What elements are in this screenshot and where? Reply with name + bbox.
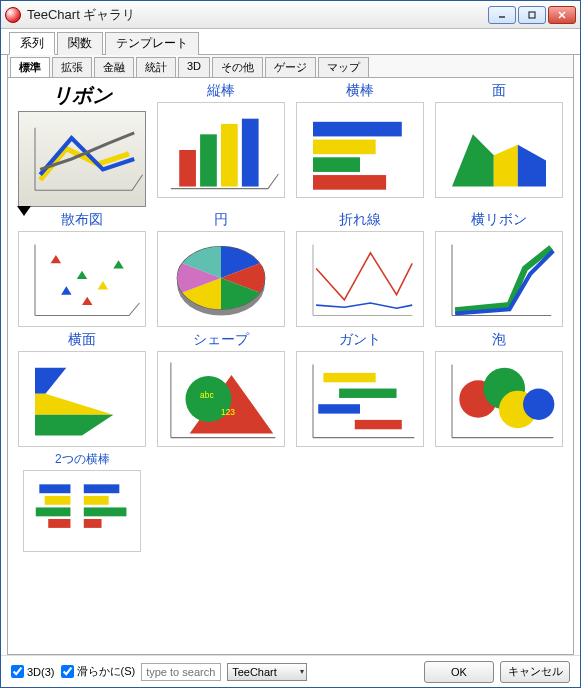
- chevron-down-icon: ▾: [300, 667, 304, 676]
- sub-panel: 標準 拡張 金融 統計 3D その他 ゲージ マップ リボン: [7, 55, 574, 655]
- svg-rect-11: [313, 157, 360, 172]
- svg-marker-22: [82, 297, 92, 305]
- chart-label: 縦棒: [155, 82, 288, 100]
- chart-item-vertical-bar[interactable]: 縦棒: [155, 82, 288, 207]
- chart-thumb-two-hbar: [23, 470, 141, 552]
- subtab-3d[interactable]: 3D: [178, 57, 210, 77]
- close-button[interactable]: [548, 6, 576, 24]
- cancel-button[interactable]: キャンセル: [500, 661, 570, 683]
- chart-item-bubble[interactable]: 泡: [432, 331, 565, 447]
- chart-item-shape[interactable]: シェープ abc 123: [155, 331, 288, 447]
- chart-label: 横リボン: [432, 211, 565, 229]
- subtab-other[interactable]: その他: [212, 57, 263, 77]
- svg-marker-19: [61, 286, 71, 294]
- svg-rect-1: [529, 12, 535, 18]
- svg-rect-54: [84, 484, 120, 493]
- chart-label: 横面: [16, 331, 149, 349]
- chart-thumb-harea: [18, 351, 146, 447]
- titlebar: TeeChart ギャラリ: [1, 1, 580, 29]
- checkbox-smooth-input[interactable]: [61, 665, 74, 678]
- subtab-gauge[interactable]: ゲージ: [265, 57, 316, 77]
- subtab-standard[interactable]: 標準: [10, 57, 50, 77]
- svg-marker-17: [51, 255, 61, 263]
- svg-rect-6: [200, 134, 217, 186]
- svg-rect-52: [36, 507, 71, 516]
- tab-series[interactable]: 系列: [9, 32, 55, 55]
- subtab-financial[interactable]: 金融: [94, 57, 134, 77]
- chart-item-ribbon[interactable]: リボン: [16, 82, 149, 207]
- chart-thumb-ribbon: [18, 111, 146, 207]
- chart-item-line[interactable]: 折れ線: [294, 211, 427, 327]
- chart-label: 面: [432, 82, 565, 100]
- chart-label: 折れ線: [294, 211, 427, 229]
- window-title: TeeChart ギャラリ: [27, 6, 488, 24]
- chart-thumb-scatter: [18, 231, 146, 327]
- chart-gallery: リボン 縦棒: [8, 78, 573, 654]
- minimize-button[interactable]: [488, 6, 516, 24]
- chart-thumb-pie: [157, 231, 285, 327]
- search-input[interactable]: [141, 663, 221, 681]
- svg-marker-21: [114, 260, 124, 268]
- category-tabs: 標準 拡張 金融 統計 3D その他 ゲージ マップ: [8, 55, 573, 78]
- svg-rect-7: [221, 124, 238, 187]
- chart-item-two-hbar[interactable]: 2つの横棒: [16, 451, 149, 552]
- svg-marker-18: [77, 271, 87, 279]
- subtab-extended[interactable]: 拡張: [52, 57, 92, 77]
- chart-thumb-hribbon: [435, 231, 563, 327]
- svg-text:123: 123: [221, 407, 235, 417]
- checkbox-smooth[interactable]: 滑らかに(S): [61, 664, 136, 679]
- chart-thumb-gantt: [296, 351, 424, 447]
- window-controls: [488, 6, 576, 24]
- checkbox-smooth-label: 滑らかに(S): [77, 664, 136, 679]
- svg-rect-55: [84, 496, 109, 505]
- chart-thumb-area: [435, 102, 563, 198]
- svg-rect-42: [318, 404, 360, 413]
- checkbox-3d-label: 3D(3): [27, 666, 55, 678]
- maximize-button[interactable]: [518, 6, 546, 24]
- svg-marker-13: [452, 134, 494, 186]
- svg-rect-5: [179, 150, 196, 187]
- svg-marker-15: [517, 145, 545, 187]
- gallery-window: TeeChart ギャラリ 系列 関数 テンプレート 標準 拡張 金融 統計 3…: [0, 0, 581, 688]
- svg-rect-12: [313, 175, 386, 190]
- svg-rect-41: [339, 389, 396, 398]
- chart-thumb-line: [296, 231, 424, 327]
- chart-item-horizontal-bar[interactable]: 横棒: [294, 82, 427, 207]
- svg-rect-10: [313, 140, 376, 155]
- chart-label: 泡: [432, 331, 565, 349]
- svg-point-49: [523, 389, 554, 420]
- chart-label: 円: [155, 211, 288, 229]
- svg-rect-53: [49, 519, 71, 528]
- svg-marker-20: [98, 281, 108, 289]
- app-icon: [5, 7, 21, 23]
- chart-label: 2つの横棒: [16, 451, 149, 468]
- subtab-stats[interactable]: 統計: [136, 57, 176, 77]
- tab-templates[interactable]: テンプレート: [105, 32, 199, 55]
- chart-item-horiz-area[interactable]: 横面: [16, 331, 149, 447]
- chart-label: ガント: [294, 331, 427, 349]
- main-tabs: 系列 関数 テンプレート: [1, 29, 580, 55]
- ok-button[interactable]: OK: [424, 661, 494, 683]
- chart-item-area[interactable]: 面: [432, 82, 565, 207]
- svg-marker-31: [35, 415, 113, 436]
- chart-label: 横棒: [294, 82, 427, 100]
- svg-rect-51: [45, 496, 71, 505]
- svg-marker-29: [35, 368, 66, 394]
- checkbox-3d-input[interactable]: [11, 665, 24, 678]
- chart-thumb-bubble: [435, 351, 563, 447]
- chart-item-horiz-ribbon[interactable]: 横リボン: [432, 211, 565, 327]
- subtab-map[interactable]: マップ: [318, 57, 369, 77]
- chart-item-scatter[interactable]: 散布図: [16, 211, 149, 327]
- chart-item-pie[interactable]: 円: [155, 211, 288, 327]
- bottom-bar: 3D(3) 滑らかに(S) TeeChart ▾ OK キャンセル: [1, 655, 580, 687]
- svg-marker-30: [35, 394, 113, 415]
- chart-label: シェープ: [155, 331, 288, 349]
- svg-rect-9: [313, 122, 402, 137]
- theme-combo[interactable]: TeeChart ▾: [227, 663, 307, 681]
- checkbox-3d[interactable]: 3D(3): [11, 665, 55, 678]
- chart-thumb-bar: [157, 102, 285, 198]
- svg-rect-57: [84, 519, 102, 528]
- tab-functions[interactable]: 関数: [57, 32, 103, 55]
- chart-item-gantt[interactable]: ガント: [294, 331, 427, 447]
- svg-marker-14: [493, 145, 517, 187]
